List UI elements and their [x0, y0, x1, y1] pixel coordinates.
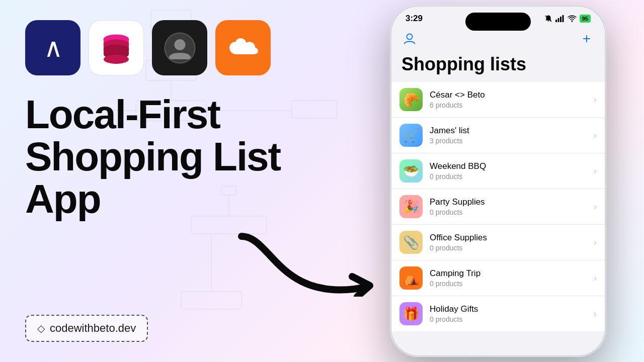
- heading-line2: Shopping List: [25, 136, 347, 178]
- status-time: 3:29: [406, 14, 423, 24]
- app-icon-lasso: ∧: [25, 20, 80, 75]
- list-item-cesar-beto[interactable]: 🥐 César <> Beto 6 products ›: [391, 82, 605, 118]
- list-item-info: Office Supplies 0 products: [430, 232, 587, 252]
- list-item-name: Holiday Gifts: [430, 304, 587, 315]
- heading-line3: App: [25, 178, 347, 220]
- right-panel: 3:29: [362, 0, 634, 362]
- profile-button[interactable]: [401, 31, 418, 47]
- phone-screen: 3:29: [391, 7, 605, 355]
- lambda-symbol: ∧: [44, 33, 62, 63]
- list-item-count: 3 products: [430, 136, 587, 145]
- svg-point-30: [407, 34, 413, 40]
- list-item-icon: ⛺: [399, 266, 423, 290]
- main-heading: Local-First Shopping List App: [25, 94, 347, 220]
- db-stack-icon: [99, 30, 134, 65]
- badge-text: codewithbeto.dev: [50, 322, 136, 335]
- list-item-info: César <> Beto 6 products: [430, 89, 587, 110]
- profile-icon: [403, 32, 416, 45]
- left-panel: ∧: [0, 0, 372, 362]
- svg-rect-29: [562, 15, 564, 22]
- list-item-count: 6 products: [430, 101, 587, 110]
- svg-point-21: [104, 55, 129, 64]
- phone-frame: 3:29: [390, 5, 606, 357]
- add-list-button[interactable]: +: [579, 31, 595, 47]
- page-title: Shopping lists: [391, 52, 605, 82]
- website-badge: ◇ codewithbeto.dev: [25, 315, 148, 342]
- app-icon-db: [89, 20, 144, 75]
- list-item-count: 0 products: [430, 208, 587, 217]
- status-icons: 95: [544, 15, 591, 23]
- svg-rect-28: [560, 17, 561, 22]
- app-icon-cloud: [215, 20, 271, 75]
- list-item-weekend-bbq[interactable]: 🥗 Weekend BBQ 0 products ›: [391, 153, 605, 189]
- list-item-info: Camping Trip 0 products: [430, 268, 587, 288]
- battery-badge: 95: [580, 15, 591, 23]
- list-item-chevron: ›: [594, 237, 597, 248]
- list-item-chevron: ›: [594, 166, 597, 176]
- heading-line1: Local-First: [25, 94, 347, 136]
- list-item-count: 0 products: [430, 315, 587, 324]
- list-item-name: Camping Trip: [430, 268, 587, 279]
- list-item-name: César <> Beto: [430, 89, 587, 101]
- top-nav[interactable]: +: [391, 28, 605, 52]
- svg-point-23: [174, 39, 185, 50]
- list-item-chevron: ›: [594, 202, 597, 212]
- list-item-info: Holiday Gifts 0 products: [430, 304, 587, 324]
- list-item-info: James' list 3 products: [430, 125, 587, 145]
- shopping-list: 🥐 César <> Beto 6 products › 🛒 James' li…: [391, 82, 605, 331]
- dynamic-island: [465, 13, 531, 31]
- list-item-name: James' list: [430, 125, 587, 136]
- list-item-icon: 🛒: [399, 124, 423, 147]
- arrow-decoration: [231, 226, 377, 297]
- list-item-chevron: ›: [594, 130, 597, 141]
- wifi-icon: [568, 15, 577, 22]
- app-icons-row: ∧: [25, 20, 347, 75]
- phone-mockup: 3:29: [390, 5, 606, 357]
- person-circle-icon: [164, 32, 196, 64]
- list-item-chevron: ›: [594, 273, 597, 284]
- list-item-name: Office Supplies: [430, 232, 587, 243]
- svg-rect-27: [557, 18, 559, 22]
- list-item-icon: 🥗: [399, 159, 423, 183]
- list-item-icon: 📎: [399, 231, 423, 254]
- list-item-icon: 🎁: [399, 302, 423, 325]
- list-item-info: Party Supplies 0 products: [430, 197, 587, 217]
- list-item-party-supplies[interactable]: 🎉 Party Supplies 0 products ›: [391, 189, 605, 225]
- list-item-count: 0 products: [430, 172, 587, 181]
- list-item-info: Weekend BBQ 0 products: [430, 161, 587, 181]
- list-item-camping-trip[interactable]: ⛺ Camping Trip 0 products ›: [391, 260, 605, 296]
- list-item-count: 0 products: [430, 243, 587, 252]
- list-item-james-list[interactable]: 🛒 James' list 3 products ›: [391, 118, 605, 153]
- list-item-name: Weekend BBQ: [430, 161, 587, 172]
- list-item-chevron: ›: [594, 309, 597, 319]
- list-item-office-supplies[interactable]: 📎 Office Supplies 0 products ›: [391, 225, 605, 260]
- list-item-holiday-gifts[interactable]: 🎁 Holiday Gifts 0 products ›: [391, 296, 605, 331]
- list-item-name: Party Supplies: [430, 197, 587, 208]
- diamond-icon: ◇: [37, 322, 45, 334]
- list-item-icon: 🥐: [399, 88, 423, 111]
- list-item-count: 0 products: [430, 279, 587, 288]
- svg-rect-26: [555, 20, 557, 22]
- bell-icon: [544, 15, 552, 23]
- list-item-chevron: ›: [594, 95, 597, 105]
- app-icon-person: [152, 20, 207, 75]
- list-item-icon: 🎉: [399, 195, 423, 218]
- arrow-svg: [231, 226, 377, 297]
- signal-icon: [555, 15, 565, 22]
- cloud-icon: [225, 35, 261, 60]
